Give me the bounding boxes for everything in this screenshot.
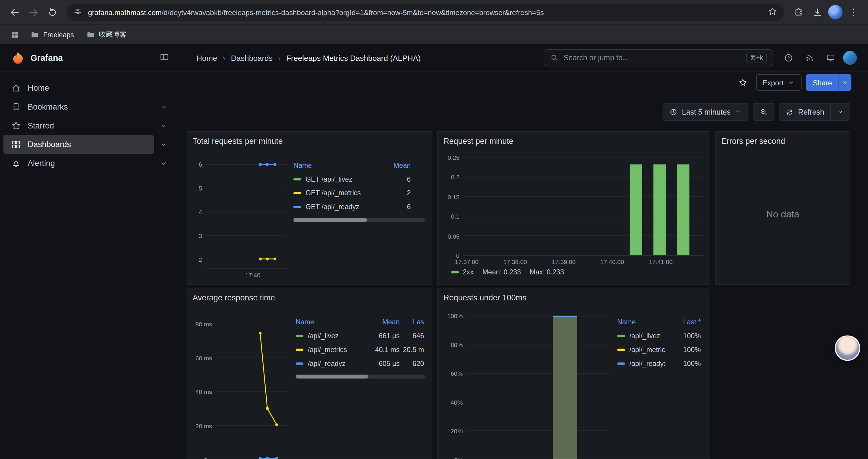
- reload-icon: [47, 7, 57, 18]
- share-menu-button[interactable]: [839, 74, 851, 91]
- series-swatch: [617, 348, 625, 350]
- zoom-out-icon: [759, 107, 768, 116]
- panel-average-response-time: Average response time 80 ms60 ms40 ms20 …: [186, 288, 432, 459]
- legend-header-last[interactable]: Last *: [665, 318, 701, 326]
- sidebar-item-dashboards[interactable]: Dashboards: [3, 135, 154, 154]
- legend-row[interactable]: /api/_readyz 605 µs 620: [296, 357, 425, 370]
- search-icon: [550, 54, 558, 62]
- kiosk-mode-button[interactable]: [822, 50, 838, 66]
- browser-menu-button[interactable]: ⋮: [845, 3, 862, 21]
- extensions-button[interactable]: [789, 3, 807, 21]
- bookmarks-bar: Freeleaps 收藏博客: [0, 24, 868, 44]
- breadcrumb-dashboards[interactable]: Dashboards: [231, 54, 272, 62]
- legend-row[interactable]: GET /api/_metrics 2: [293, 186, 425, 200]
- help-button[interactable]: ?: [780, 50, 797, 66]
- panel-title[interactable]: Total requests per minute: [187, 132, 432, 151]
- legend-header-name[interactable]: Name: [617, 318, 665, 326]
- legend-item-2xx[interactable]: 2xx: [451, 268, 473, 276]
- legend-header-name[interactable]: Name: [293, 161, 378, 169]
- sidebar-item-alerting[interactable]: Alerting: [3, 154, 154, 173]
- legend-header-mean[interactable]: Mean: [378, 161, 411, 169]
- chevron-right-icon: ›: [223, 54, 225, 62]
- favorite-dashboard-button[interactable]: [734, 74, 752, 91]
- sidebar-item-starred[interactable]: Starred: [3, 116, 154, 135]
- time-range-picker[interactable]: Last 5 minutes: [663, 103, 748, 121]
- legend-row[interactable]: /api/_metrics 100%: [617, 342, 703, 357]
- sidebar-item-label: Bookmarks: [28, 102, 68, 111]
- folder-icon: [86, 30, 95, 39]
- expand-alerting-button[interactable]: [154, 154, 173, 173]
- nav-row-home: Home: [3, 78, 173, 97]
- export-label: Export: [763, 78, 783, 87]
- browser-profile-avatar[interactable]: [828, 5, 843, 20]
- scrollbar-thumb[interactable]: [293, 218, 367, 222]
- assistant-avatar[interactable]: [835, 335, 860, 361]
- back-button[interactable]: [6, 3, 23, 21]
- bookmark-item-freeleaps[interactable]: Freeleaps: [25, 28, 79, 41]
- plot-area[interactable]: [206, 154, 286, 269]
- url-bar[interactable]: grafana.mathmast.com/d/deytv4rwavabkb/fr…: [66, 4, 784, 21]
- downloads-button[interactable]: [808, 3, 826, 21]
- bookmark-item-blogs[interactable]: 收藏博客: [81, 28, 132, 42]
- url-text: grafana.mathmast.com/d/deytv4rwavabkb/fr…: [88, 8, 768, 16]
- panel-title[interactable]: Average response time: [187, 288, 432, 307]
- expand-starred-button[interactable]: [154, 116, 173, 135]
- news-rss-button[interactable]: [801, 50, 817, 66]
- plot-area[interactable]: [463, 154, 704, 256]
- panel-title[interactable]: Errors per second: [716, 132, 850, 151]
- grafana-logo-icon[interactable]: [11, 51, 25, 65]
- reload-button[interactable]: [43, 3, 61, 21]
- sidebar-item-bookmarks[interactable]: Bookmarks: [3, 97, 154, 117]
- avg-response-chart: 80 ms60 ms40 ms20 ms0 s 17:40: [193, 307, 288, 459]
- legend-header-mean[interactable]: Mean: [366, 318, 400, 326]
- legend-header-name[interactable]: Name: [296, 318, 366, 326]
- app-body: Home Bookmarks Starred: [0, 72, 868, 459]
- user-avatar[interactable]: [843, 51, 857, 65]
- panel-title[interactable]: Request per minute: [438, 132, 710, 151]
- star-icon: [768, 6, 777, 16]
- export-button[interactable]: Export: [756, 74, 802, 91]
- breadcrumb-home[interactable]: Home: [196, 54, 217, 62]
- series-swatch: [293, 205, 301, 208]
- legend-table: Name Mean GET /api/_livez 6 GET /api/_me…: [286, 151, 426, 279]
- zoom-out-button[interactable]: [753, 103, 774, 121]
- legend-table: Name Mean Las /api/_livez 661 µs 646 /ap…: [288, 307, 426, 459]
- refresh-interval-button[interactable]: [831, 103, 850, 120]
- expand-bookmarks-button[interactable]: [154, 97, 173, 117]
- legend: 2xx Mean: 0.233 Max: 0.233: [443, 266, 704, 279]
- bookmark-star-button[interactable]: [768, 6, 777, 18]
- legend-row[interactable]: /api/_metrics 40.1 ms 20.5 m: [296, 342, 425, 357]
- legend-header-last[interactable]: Las: [400, 318, 424, 326]
- share-group: Share: [806, 74, 851, 91]
- panel-title[interactable]: Requests under 100ms: [438, 288, 710, 307]
- chevron-down-icon: [735, 107, 742, 114]
- plot-area[interactable]: [216, 310, 288, 459]
- expand-dashboards-button[interactable]: [154, 135, 173, 154]
- sidebar-item-label: Home: [28, 84, 49, 93]
- share-label: Share: [813, 78, 832, 87]
- legend-header: Name Mean: [293, 158, 425, 172]
- legend-row[interactable]: /api/_readyz 100%: [617, 357, 703, 370]
- refresh-button[interactable]: Refresh: [779, 103, 831, 120]
- time-range-label: Last 5 minutes: [682, 107, 731, 116]
- clock-icon: [669, 107, 677, 116]
- legend-row[interactable]: /api/_livez 661 µs 646: [296, 329, 425, 342]
- plot-area[interactable]: [467, 310, 610, 459]
- site-settings-icon[interactable]: [73, 6, 83, 18]
- share-button[interactable]: Share: [806, 74, 839, 91]
- legend-scrollbar[interactable]: [293, 218, 425, 222]
- legend-scrollbar[interactable]: [296, 374, 425, 379]
- forward-button[interactable]: [24, 3, 42, 21]
- sidebar-toggle-button[interactable]: [159, 52, 169, 64]
- legend-row[interactable]: GET /api/_livez 6: [293, 172, 425, 186]
- panel-requests-under-100ms: Requests under 100ms 100%80%60%40%20%0% …: [437, 288, 710, 459]
- legend-row[interactable]: /api/_livez 100%: [617, 329, 703, 342]
- apps-button[interactable]: [6, 26, 23, 43]
- legend-row[interactable]: GET /api/_readyz 6: [293, 200, 425, 214]
- bell-icon: [11, 158, 21, 168]
- home-icon: [11, 83, 21, 93]
- search-box[interactable]: ⌘+k: [544, 49, 773, 66]
- sidebar-item-home[interactable]: Home: [3, 78, 173, 97]
- search-input[interactable]: [563, 54, 741, 62]
- scrollbar-thumb[interactable]: [296, 374, 368, 379]
